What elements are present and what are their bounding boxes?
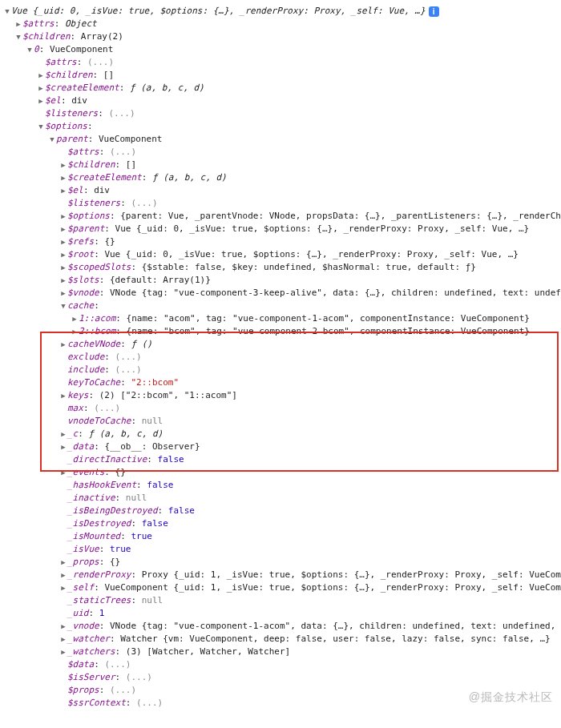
chevron-down-icon[interactable]: ▼ xyxy=(37,120,45,133)
tree-row[interactable]: include: (...) xyxy=(3,364,561,376)
chevron-right-icon[interactable]: ▶ xyxy=(59,274,67,287)
chevron-down-icon[interactable]: ▼ xyxy=(59,300,67,312)
tree-row[interactable]: ▶$scopedSlots: {$stable: false, $key: un… xyxy=(3,261,561,274)
tree-row[interactable]: ▶_renderProxy: Proxy {_uid: 1, _isVue: t… xyxy=(3,569,561,581)
tree-row[interactable]: _isDestroyed: false xyxy=(3,517,561,530)
tree-row[interactable]: _directInactive: false xyxy=(3,453,561,466)
chevron-right-icon[interactable]: ▶ xyxy=(37,82,45,95)
tree-row[interactable]: ▶$refs: {} xyxy=(3,235,561,248)
tree-row[interactable]: _isMounted: true xyxy=(3,530,561,543)
chevron-right-icon[interactable]: ▶ xyxy=(37,69,45,82)
tree-row[interactable]: ▶_self: VueComponent {_uid: 1, _isVue: t… xyxy=(3,581,561,594)
chevron-right-icon[interactable]: ▶ xyxy=(59,428,67,440)
tree-row[interactable]: ▶$root: Vue {_uid: 0, _isVue: true, $opt… xyxy=(3,248,561,261)
tree-row[interactable]: ▶_watchers: (3) [Watcher, Watcher, Watch… xyxy=(3,646,561,658)
property-value: ƒ (a, b, c, d) xyxy=(152,172,227,183)
chevron-right-icon[interactable]: ▶ xyxy=(59,223,67,235)
property-value: false xyxy=(147,480,173,490)
chevron-right-icon[interactable]: ▶ xyxy=(59,466,67,479)
tree-row[interactable]: $data: (...) xyxy=(3,658,561,671)
chevron-right-icon[interactable]: ▶ xyxy=(37,95,45,107)
tree-row[interactable]: ▶_c: ƒ (a, b, c, d) xyxy=(3,428,561,440)
property-key: vnodeToCache xyxy=(67,416,131,426)
property-value: {name: "bcom", tag: "vue-component-2-bco… xyxy=(127,326,530,336)
property-key: _vnode xyxy=(67,621,99,631)
tree-row[interactable]: exclude: (...) xyxy=(3,351,561,364)
chevron-right-icon[interactable]: ▶ xyxy=(59,261,67,274)
property-key: _hasHookEvent xyxy=(67,480,136,490)
chevron-down-icon[interactable]: ▼ xyxy=(14,30,22,43)
property-key: $refs xyxy=(67,236,94,247)
chevron-right-icon[interactable]: ▶ xyxy=(14,18,22,30)
tree-row[interactable]: _inactive: null xyxy=(3,492,561,505)
tree-row[interactable]: ▶$el: div xyxy=(3,95,561,107)
tree-row[interactable]: ▶$parent: Vue {_uid: 0, _isVue: true, $o… xyxy=(3,223,561,235)
chevron-down-icon[interactable]: ▼ xyxy=(48,133,56,146)
tree-row[interactable]: ▶2::bcom: {name: "bcom", tag: "vue-compo… xyxy=(3,325,561,338)
chevron-right-icon[interactable]: ▶ xyxy=(59,581,67,594)
chevron-right-icon[interactable]: ▶ xyxy=(71,312,79,325)
chevron-right-icon[interactable]: ▶ xyxy=(59,633,67,646)
chevron-right-icon[interactable]: ▶ xyxy=(59,159,67,171)
tree-row[interactable]: ▼$options: xyxy=(3,120,561,133)
tree-row[interactable]: ▶_props: {} xyxy=(3,556,561,569)
tree-row[interactable]: ▶1::acom: {name: "acom", tag: "vue-compo… xyxy=(3,312,561,325)
chevron-right-icon[interactable]: ▶ xyxy=(59,287,67,300)
chevron-right-icon[interactable]: ▶ xyxy=(59,569,67,581)
tree-row[interactable]: $attrs: (...) xyxy=(3,146,561,159)
tree-row[interactable]: _staticTrees: null xyxy=(3,594,561,607)
tree-row[interactable]: vnodeToCache: null xyxy=(3,415,561,428)
tree-row[interactable]: ▶$createElement: ƒ (a, b, c, d) xyxy=(3,171,561,184)
property-key: 0 xyxy=(34,44,39,54)
tree-row[interactable]: $isServer: (...) xyxy=(3,671,561,684)
tree-row[interactable]: ▶_watcher: Watcher {vm: VueComponent, de… xyxy=(3,633,561,646)
tree-row[interactable]: ▶$children: [] xyxy=(3,69,561,82)
chevron-right-icon[interactable]: ▶ xyxy=(59,248,67,261)
tree-row[interactable]: $listeners: (...) xyxy=(3,197,561,210)
tree-row[interactable]: ▶_events: {} xyxy=(3,466,561,479)
tree-row[interactable]: ▶_data: {__ob__: Observer} xyxy=(3,440,561,453)
tree-row[interactable]: _isBeingDestroyed: false xyxy=(3,505,561,517)
tree-row[interactable]: ▼Vue {_uid: 0, _isVue: true, $options: {… xyxy=(3,5,561,18)
tree-row[interactable]: max: (...) xyxy=(3,402,561,415)
chevron-right-icon[interactable]: ▶ xyxy=(59,171,67,184)
chevron-right-icon[interactable]: ▶ xyxy=(59,184,67,197)
property-key: $children xyxy=(67,159,115,170)
tree-row[interactable]: ▶$vnode: VNode {tag: "vue-component-3-ke… xyxy=(3,287,561,300)
tree-row[interactable]: _uid: 1 xyxy=(3,607,561,620)
tree-row[interactable]: _isVue: true xyxy=(3,543,561,556)
tree-row[interactable]: ▶$createElement: ƒ (a, b, c, d) xyxy=(3,82,561,95)
tree-row[interactable]: $attrs: (...) xyxy=(3,56,561,69)
tree-row[interactable]: keyToCache: "2::bcom" xyxy=(3,376,561,389)
tree-row[interactable]: ▼$children: Array(2) xyxy=(3,30,561,43)
tree-row[interactable]: ▶$el: div xyxy=(3,184,561,197)
chevron-right-icon[interactable]: ▶ xyxy=(59,646,67,658)
tree-row[interactable]: ▶keys: (2) ["2::bcom", "1::acom"] xyxy=(3,389,561,402)
chevron-right-icon[interactable]: ▶ xyxy=(59,338,67,351)
chevron-right-icon[interactable]: ▶ xyxy=(59,440,67,453)
tree-row[interactable]: ▶$options: {parent: Vue, _parentVnode: V… xyxy=(3,210,561,223)
tree-row[interactable]: ▼0: VueComponent xyxy=(3,43,561,56)
tree-row[interactable]: ▶$children: [] xyxy=(3,159,561,171)
chevron-down-icon[interactable]: ▼ xyxy=(3,5,11,18)
property-value: {} xyxy=(110,557,120,567)
chevron-right-icon[interactable]: ▶ xyxy=(59,389,67,402)
property-value: {$stable: false, $key: undefined, $hasNo… xyxy=(142,262,476,272)
chevron-right-icon[interactable]: ▶ xyxy=(71,325,79,338)
tree-row[interactable]: ▼cache: xyxy=(3,300,561,312)
chevron-right-icon[interactable]: ▶ xyxy=(59,235,67,248)
tree-row[interactable]: _hasHookEvent: false xyxy=(3,479,561,492)
chevron-right-icon[interactable]: ▶ xyxy=(59,556,67,569)
property-value: ƒ (a, b, c, d) xyxy=(89,428,163,439)
chevron-right-icon[interactable]: ▶ xyxy=(59,210,67,223)
info-icon[interactable]: i xyxy=(429,6,439,17)
property-value: [] xyxy=(103,70,114,80)
tree-row[interactable]: ▶_vnode: VNode {tag: "vue-component-1-ac… xyxy=(3,620,561,633)
chevron-down-icon[interactable]: ▼ xyxy=(26,43,34,56)
tree-row[interactable]: $listeners: (...) xyxy=(3,107,561,120)
tree-row[interactable]: ▶$attrs: Object xyxy=(3,18,561,30)
chevron-right-icon[interactable]: ▶ xyxy=(59,620,67,633)
tree-row[interactable]: ▼parent: VueComponent xyxy=(3,133,561,146)
tree-row[interactable]: ▶cacheVNode: ƒ () xyxy=(3,338,561,351)
tree-row[interactable]: ▶$slots: {default: Array(1)} xyxy=(3,274,561,287)
